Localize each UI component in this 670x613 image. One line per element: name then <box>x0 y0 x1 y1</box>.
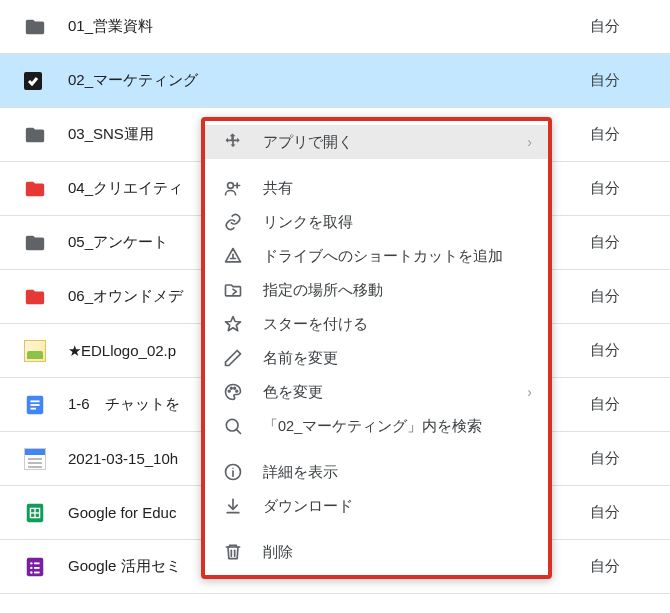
shortcut-icon <box>221 246 245 266</box>
menu-item-label: 詳細を表示 <box>263 463 532 482</box>
context-menu: アプリで開く›共有リンクを取得ドライブへのショートカットを追加指定の場所へ移動ス… <box>201 117 552 579</box>
svg-point-9 <box>30 562 32 564</box>
download-icon <box>221 496 245 516</box>
svg-rect-12 <box>34 567 40 569</box>
info-icon <box>221 462 245 482</box>
svg-rect-3 <box>30 407 36 409</box>
file-owner: 自分 <box>590 233 650 252</box>
file-owner: 自分 <box>590 71 650 90</box>
menu-item-open-with[interactable]: アプリで開く› <box>205 125 548 159</box>
svg-rect-14 <box>34 571 40 573</box>
menu-item-label: 名前を変更 <box>263 349 532 368</box>
file-owner: 自分 <box>590 449 650 468</box>
move-icon <box>221 280 245 300</box>
menu-item-search[interactable]: 「02_マーケティング」内を検索 <box>205 409 548 443</box>
file-name: 01_営業資料 <box>68 17 590 36</box>
menu-item-info[interactable]: 詳細を表示 <box>205 455 548 489</box>
svg-point-29 <box>232 468 233 469</box>
search-icon <box>221 416 245 436</box>
menu-separator <box>205 443 548 455</box>
menu-item-label: アプリで開く <box>263 133 527 152</box>
menu-item-link[interactable]: リンクを取得 <box>205 205 548 239</box>
menu-item-delete[interactable]: 削除 <box>205 535 548 569</box>
folder-icon <box>24 286 46 308</box>
file-owner: 自分 <box>590 395 650 414</box>
folder-icon <box>24 232 46 254</box>
svg-point-23 <box>234 387 236 389</box>
chevron-right-icon: › <box>527 134 532 150</box>
file-owner: 自分 <box>590 179 650 198</box>
svg-point-13 <box>30 571 32 573</box>
folder-icon <box>24 178 46 200</box>
share-icon <box>221 178 245 198</box>
folder-icon <box>24 16 46 38</box>
rename-icon <box>221 348 245 368</box>
link-icon <box>221 212 245 232</box>
menu-item-label: 色を変更 <box>263 383 527 402</box>
menu-item-label: リンクを取得 <box>263 213 532 232</box>
star-icon <box>221 314 245 334</box>
google-sheet-icon <box>24 502 46 524</box>
menu-separator <box>205 523 548 535</box>
menu-item-shortcut[interactable]: ドライブへのショートカットを追加 <box>205 239 548 273</box>
folder-icon <box>24 124 46 146</box>
menu-item-star[interactable]: スターを付ける <box>205 307 548 341</box>
svg-point-21 <box>228 390 230 392</box>
menu-item-move[interactable]: 指定の場所へ移動 <box>205 273 548 307</box>
file-row[interactable]: 02_マーケティング自分 <box>0 54 670 108</box>
google-form-icon <box>24 556 46 578</box>
menu-item-label: スターを付ける <box>263 315 532 334</box>
menu-item-label: 削除 <box>263 543 532 562</box>
svg-marker-20 <box>226 317 241 331</box>
document-thumbnail-icon <box>24 448 46 470</box>
chevron-right-icon: › <box>527 384 532 400</box>
svg-rect-1 <box>30 400 39 402</box>
file-owner: 自分 <box>590 287 650 306</box>
menu-item-label: 「02_マーケティング」内を検索 <box>263 417 532 436</box>
menu-item-share[interactable]: 共有 <box>205 171 548 205</box>
svg-point-11 <box>30 566 32 568</box>
svg-line-26 <box>236 429 240 433</box>
menu-item-label: ダウンロード <box>263 497 532 516</box>
file-owner: 自分 <box>590 557 650 576</box>
file-name: 02_マーケティング <box>68 71 590 90</box>
svg-point-22 <box>231 387 233 389</box>
svg-point-15 <box>228 183 234 189</box>
menu-item-label: ドライブへのショートカットを追加 <box>263 247 532 266</box>
menu-item-palette[interactable]: 色を変更› <box>205 375 548 409</box>
file-owner: 自分 <box>590 17 650 36</box>
file-row[interactable]: 01_営業資料自分 <box>0 0 670 54</box>
svg-rect-2 <box>30 404 39 406</box>
file-owner: 自分 <box>590 341 650 360</box>
delete-icon <box>221 542 245 562</box>
google-doc-icon <box>24 394 46 416</box>
palette-icon <box>221 382 245 402</box>
checkbox-checked-icon[interactable] <box>24 72 42 90</box>
menu-item-label: 指定の場所へ移動 <box>263 281 532 300</box>
file-owner: 自分 <box>590 125 650 144</box>
menu-separator <box>205 159 548 171</box>
svg-point-24 <box>236 390 238 392</box>
file-owner: 自分 <box>590 503 650 522</box>
menu-item-rename[interactable]: 名前を変更 <box>205 341 548 375</box>
svg-rect-10 <box>34 562 40 564</box>
menu-item-download[interactable]: ダウンロード <box>205 489 548 523</box>
open-with-icon <box>221 132 245 152</box>
image-thumbnail-icon <box>24 340 46 362</box>
menu-item-label: 共有 <box>263 179 532 198</box>
